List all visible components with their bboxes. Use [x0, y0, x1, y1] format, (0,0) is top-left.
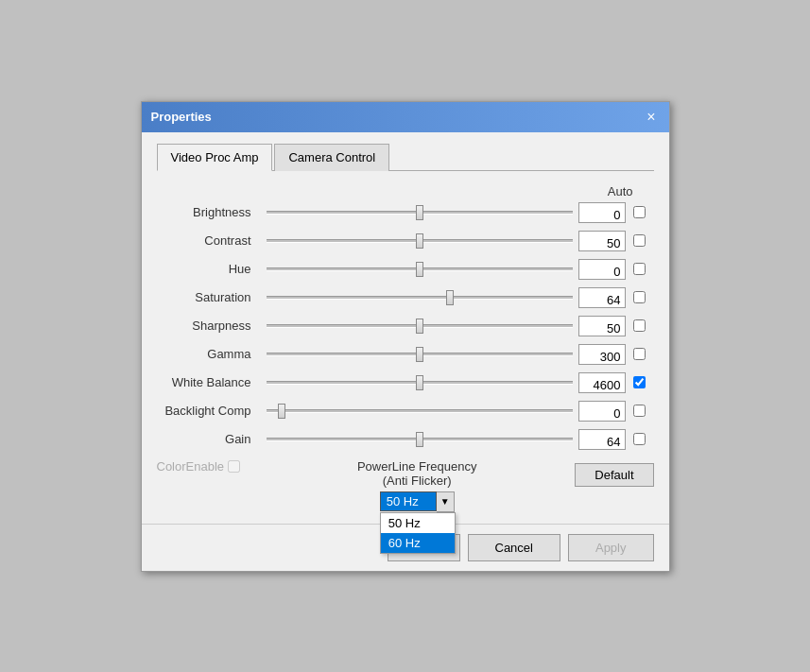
auto-check-gain[interactable] — [633, 433, 646, 445]
slider-value-sharpness — [578, 316, 626, 336]
auto-column-header: Auto — [157, 184, 654, 198]
slider-row-white-balance: White Balance — [157, 372, 654, 393]
slider-value-backlight-comp — [578, 401, 626, 422]
auto-checkbox-backlight-comp — [626, 405, 654, 417]
auto-check-hue[interactable] — [633, 263, 646, 275]
slider-track-gain[interactable] — [267, 438, 573, 441]
slider-input-brightness[interactable] — [579, 208, 621, 222]
slider-label-backlight-comp: Backlight Comp — [157, 404, 261, 418]
slider-row-gain: Gain — [157, 429, 654, 450]
slider-thumb-contrast[interactable] — [416, 233, 423, 249]
slider-row-sharpness: Sharpness — [157, 316, 654, 336]
properties-dialog: Properties × Video Proc Amp Camera Contr… — [141, 101, 670, 572]
slider-label-gain: Gain — [157, 432, 261, 446]
tab-bar: Video Proc Amp Camera Control — [157, 144, 654, 171]
powerline-dropdown-wrapper: 50 Hz ▼ 50 Hz 60 Hz — [380, 491, 455, 512]
slider-label-saturation: Saturation — [157, 290, 261, 304]
dialog-title: Properties — [151, 110, 212, 124]
powerline-dropdown-button[interactable]: ▼ — [437, 491, 455, 512]
slider-track-backlight-comp[interactable] — [267, 409, 573, 413]
slider-thumb-gamma[interactable] — [416, 347, 423, 362]
auto-check-contrast[interactable] — [633, 234, 646, 247]
auto-checkbox-brightness — [626, 206, 654, 218]
color-enable-label: ColorEnable — [157, 459, 225, 474]
slider-track-contrast[interactable] — [267, 239, 573, 243]
slider-input-white-balance[interactable] — [579, 378, 621, 392]
powerline-section: PowerLine Frequency (Anti Flicker) 50 Hz… — [259, 459, 575, 512]
color-enable-section: ColorEnable — [157, 459, 241, 474]
slider-track-gamma[interactable] — [267, 353, 573, 356]
powerline-selected-value: 50 Hz — [380, 491, 437, 511]
slider-value-saturation — [578, 287, 626, 308]
slider-input-gamma[interactable] — [579, 350, 621, 364]
slider-track-hue[interactable] — [267, 267, 573, 271]
slider-input-backlight-comp[interactable] — [579, 406, 621, 421]
slider-label-gamma: Gamma — [157, 347, 261, 361]
slider-thumb-gain[interactable] — [416, 432, 423, 447]
slider-input-contrast[interactable] — [579, 236, 621, 250]
slider-row-brightness: Brightness — [157, 202, 654, 223]
tab-video-proc-amp[interactable]: Video Proc Amp — [157, 144, 273, 171]
auto-checkbox-contrast — [626, 234, 654, 247]
title-bar: Properties × — [142, 102, 669, 132]
slider-input-sharpness[interactable] — [579, 321, 621, 336]
auto-checkbox-sharpness — [626, 319, 654, 332]
slider-track-saturation[interactable] — [267, 296, 573, 300]
slider-label-brightness: Brightness — [157, 205, 261, 219]
bottom-row: ColorEnable PowerLine Frequency (Anti Fl… — [157, 459, 654, 512]
default-button[interactable]: Default — [575, 463, 653, 487]
auto-check-white-balance[interactable] — [633, 376, 646, 388]
slider-row-hue: Hue — [157, 259, 654, 280]
slider-label-contrast: Contrast — [157, 233, 261, 248]
slider-input-gain[interactable] — [579, 435, 621, 449]
auto-check-saturation[interactable] — [633, 291, 646, 303]
slider-track-sharpness[interactable] — [267, 324, 573, 328]
dialog-content: Video Proc Amp Camera Control Auto Brigh… — [142, 132, 669, 524]
auto-check-brightness[interactable] — [633, 206, 646, 218]
slider-label-white-balance: White Balance — [157, 375, 261, 389]
slider-input-saturation[interactable] — [579, 293, 621, 307]
powerline-option-50hz[interactable]: 50 Hz — [381, 513, 455, 533]
auto-checkbox-gain — [626, 433, 654, 445]
slider-thumb-saturation[interactable] — [446, 290, 454, 305]
powerline-option-60hz[interactable]: 60 Hz — [381, 533, 455, 553]
apply-button[interactable]: Apply — [568, 534, 654, 561]
slider-value-contrast — [578, 231, 626, 251]
auto-checkbox-hue — [626, 263, 654, 275]
slider-thumb-white-balance[interactable] — [416, 375, 423, 390]
slider-label-hue: Hue — [157, 262, 261, 276]
powerline-label: PowerLine Frequency (Anti Flicker) — [357, 459, 476, 488]
close-button[interactable]: × — [643, 108, 659, 127]
auto-check-sharpness[interactable] — [633, 319, 646, 332]
slider-label-sharpness: Sharpness — [157, 319, 261, 333]
auto-checkbox-saturation — [626, 291, 654, 303]
slider-thumb-hue[interactable] — [416, 262, 423, 277]
tab-camera-control[interactable]: Camera Control — [274, 144, 389, 171]
slider-value-gamma — [578, 344, 626, 365]
slider-value-brightness — [578, 202, 626, 223]
slider-track-brightness[interactable] — [267, 211, 573, 215]
slider-thumb-sharpness[interactable] — [416, 319, 423, 334]
slider-thumb-brightness[interactable] — [416, 205, 423, 220]
slider-input-hue[interactable] — [579, 265, 621, 279]
auto-check-gamma[interactable] — [633, 348, 646, 360]
slider-row-contrast: Contrast — [157, 231, 654, 251]
auto-checkbox-gamma — [626, 348, 654, 360]
slider-value-white-balance — [578, 372, 626, 393]
powerline-select-display: 50 Hz ▼ — [380, 491, 455, 512]
slider-value-hue — [578, 259, 626, 280]
powerline-dropdown-list: 50 Hz 60 Hz — [380, 512, 456, 554]
color-enable-checkbox[interactable] — [228, 460, 240, 473]
slider-value-gain — [578, 429, 626, 450]
slider-row-backlight-comp: Backlight Comp — [157, 401, 654, 422]
slider-track-white-balance[interactable] — [267, 381, 573, 385]
slider-thumb-backlight-comp[interactable] — [278, 404, 285, 419]
auto-check-backlight-comp[interactable] — [633, 405, 646, 417]
sliders-container: BrightnessContrastHueSaturationSharpness… — [157, 202, 654, 450]
slider-row-gamma: Gamma — [157, 344, 654, 365]
slider-row-saturation: Saturation — [157, 287, 654, 308]
cancel-button[interactable]: Cancel — [468, 534, 560, 561]
auto-checkbox-white-balance — [626, 376, 654, 388]
